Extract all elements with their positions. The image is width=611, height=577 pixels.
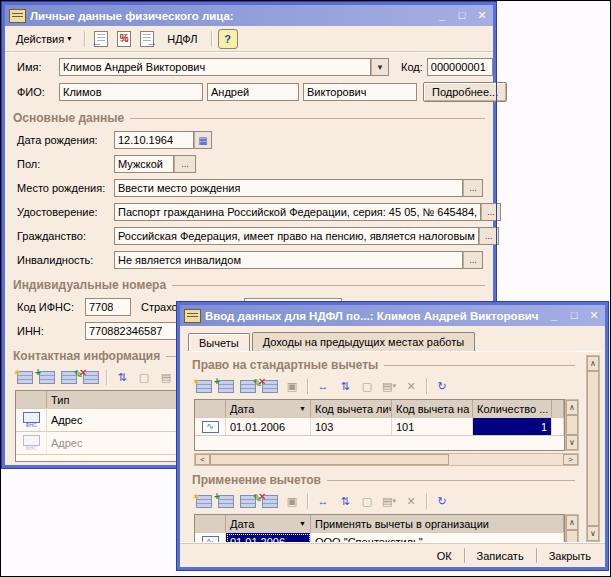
date-column-header[interactable]: Дата ▼ — [226, 400, 311, 417]
actions-menu-button[interactable]: Действия ▾ — [9, 30, 78, 48]
toolbar-separator — [307, 493, 308, 509]
page-scrollbar-thumb[interactable] — [587, 371, 599, 526]
personal-deduction-code-header[interactable]: Код вычета лич... — [311, 400, 392, 417]
close-icon[interactable]: ✕ — [587, 309, 601, 323]
personal-deduction-code-cell[interactable]: 103 — [311, 418, 392, 435]
save-button[interactable]: Записать — [467, 548, 534, 564]
scroll-up-icon[interactable]: ∧ — [566, 515, 578, 530]
minimize-icon[interactable]: _ — [547, 309, 561, 323]
ded-col-width-button[interactable]: ↔ — [313, 376, 333, 396]
children-deduction-code-header[interactable]: Код вычета на ... — [392, 400, 473, 417]
transfer-button[interactable]: → — [137, 29, 157, 49]
tab-previous-income[interactable]: Доходы на предыдущих местах работы — [252, 332, 476, 351]
details-button[interactable]: Подробнее... — [423, 82, 507, 102]
scroll-right-icon[interactable]: > — [563, 454, 578, 465]
arrow-right-icon: → — [146, 36, 157, 48]
gender-row: Пол: Мужской ... — [17, 155, 483, 173]
disability-ellipsis-button[interactable]: ... — [463, 251, 483, 269]
add-contact-button[interactable]: ✶ — [15, 367, 35, 387]
ded-sort-button[interactable]: ⇅ — [335, 376, 355, 396]
ded-delete-button[interactable]: ✕ — [260, 376, 280, 396]
last-name-field[interactable]: Климов — [59, 83, 203, 101]
ok-button[interactable]: ОК — [427, 548, 462, 564]
quantity-header[interactable]: Количество ... — [473, 400, 552, 417]
use-edit-button[interactable]: ✎ — [238, 491, 258, 511]
edit-contact-button[interactable]: ✎ — [59, 367, 79, 387]
scroll-up-icon[interactable]: ∧ — [587, 356, 599, 371]
maximize-icon[interactable]: □ — [567, 309, 581, 323]
rows-icon: + — [218, 495, 234, 508]
middle-name-field[interactable]: Викторович — [303, 83, 417, 101]
apply-in-org-header[interactable]: Применять вычеты в организации — [311, 515, 564, 532]
citizenship-ellipsis-button[interactable]: ... — [479, 227, 499, 245]
birth-place-ellipsis-button[interactable]: ... — [463, 179, 483, 197]
ded-add-button[interactable]: ✶ — [194, 376, 214, 396]
ded-refresh-button[interactable]: ↻ — [432, 376, 452, 396]
id-doc-combo[interactable]: Паспорт гражданина Российской Федерации,… — [114, 203, 501, 221]
use-commit-button: ▣ — [282, 491, 302, 511]
ndfl-titlebar[interactable]: Ввод данных для НДФЛ по...: Климов Андре… — [180, 305, 605, 326]
scroll-up-icon[interactable]: ∧ — [566, 400, 578, 415]
contact-icon-column — [16, 391, 47, 408]
reread-button[interactable]: ← — [91, 29, 111, 49]
close-icon[interactable]: ✕ — [475, 9, 489, 23]
use-insert-button[interactable]: + — [216, 491, 236, 511]
deductions-row[interactable]: ∿ 01.01.2006 103 101 1 — [195, 418, 564, 436]
date-column-header[interactable]: Дата ▼ — [226, 515, 311, 532]
hscroll-thumb[interactable] — [210, 454, 449, 465]
code-field[interactable]: 000000001 — [427, 58, 493, 76]
name-dropdown-button[interactable]: ▼ — [371, 58, 389, 76]
scroll-down-icon[interactable]: ∨ — [566, 435, 578, 450]
use-refresh-button[interactable]: ↻ — [432, 491, 452, 511]
sort-contact-button[interactable]: ⇅ — [112, 367, 132, 387]
disability-combo[interactable]: Не является инвалидом ... — [114, 251, 483, 269]
tab-deductions[interactable]: Вычеты — [188, 333, 250, 352]
close-button[interactable]: Закрыть — [539, 548, 601, 564]
name-combo[interactable]: Климов Андрей Викторович ▼ — [59, 58, 389, 76]
birth-date-row: Дата рождения: 12.10.1964 ▦ — [17, 131, 483, 149]
delete-contact-button[interactable]: ✕ — [81, 367, 101, 387]
birth-place-combo[interactable]: Ввести место рождения ... — [114, 179, 483, 197]
ded-edit-button[interactable]: ✎ — [238, 376, 258, 396]
citizenship-row: Гражданство: Российская Федерация, имеет… — [17, 227, 483, 245]
use-delete-button[interactable]: ✕ — [260, 491, 280, 511]
name-label: Имя: — [17, 61, 55, 73]
citizenship-combo[interactable]: Российская Федерация, имеет право на пен… — [114, 227, 499, 245]
quantity-cell-selected[interactable]: 1 — [473, 418, 552, 435]
vscroll-thumb[interactable] — [566, 415, 578, 435]
deductions-table: Дата ▼ Код вычета лич... Код вычета на .… — [194, 399, 565, 451]
first-name-field[interactable]: Андрей — [207, 83, 299, 101]
section-deduction-usage: Применение вычетов — [192, 473, 575, 487]
use-sort-button[interactable]: ⇅ — [335, 491, 355, 511]
ellipsis-icon: ... — [485, 231, 493, 241]
minimize-icon[interactable]: _ — [435, 9, 449, 23]
maximize-icon[interactable]: □ — [455, 9, 469, 23]
page-scrollbar[interactable]: ∧ ∨ — [586, 355, 600, 542]
ded-insert-button[interactable]: + — [216, 376, 236, 396]
deduction-date-cell[interactable]: 01.01.2006 — [226, 418, 311, 435]
hscroll-track[interactable] — [449, 454, 563, 465]
recalc-button[interactable]: % — [114, 29, 134, 49]
birth-date-combo[interactable]: 12.10.1964 ▦ — [114, 131, 212, 149]
calendar-button[interactable]: ▦ — [194, 131, 212, 149]
scroll-down-icon[interactable]: ∨ — [587, 526, 599, 541]
ndfl-button[interactable]: НДФЛ — [160, 30, 204, 48]
ifns-field[interactable]: 7708 — [85, 298, 131, 316]
use-add-button[interactable]: ✶ — [194, 491, 214, 511]
window-icon — [184, 309, 201, 323]
refresh-icon: ↻ — [437, 495, 446, 508]
gender-ellipsis-button[interactable]: ... — [174, 155, 196, 173]
button-separator — [464, 548, 465, 563]
toolbar-separator — [426, 493, 427, 509]
deductions-table-vscroll[interactable]: ∧ ∨ — [565, 399, 579, 451]
personal-data-titlebar[interactable]: Личные данные физического лица: _ □ ✕ — [5, 5, 493, 26]
gender-combo[interactable]: Мужской ... — [114, 155, 196, 173]
main-toolbar: Действия ▾ ← % → НДФЛ ? — [5, 26, 493, 52]
help-button[interactable]: ? — [218, 29, 238, 49]
deductions-table-hscroll[interactable]: < > — [194, 453, 579, 466]
children-deduction-code-cell[interactable]: 101 — [392, 418, 473, 435]
insert-contact-button[interactable]: + — [37, 367, 57, 387]
id-doc-ellipsis-button[interactable]: ... — [481, 203, 501, 221]
use-col-width-button[interactable]: ↔ — [313, 491, 333, 511]
scroll-left-icon[interactable]: < — [195, 454, 210, 465]
